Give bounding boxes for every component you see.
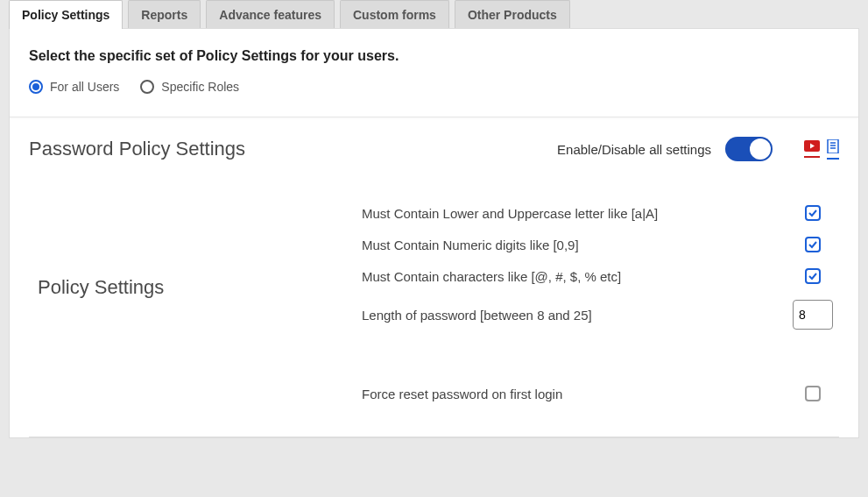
divider: [29, 437, 839, 437]
radio-specific-roles[interactable]: Specific Roles: [140, 80, 239, 94]
policy-settings-grid: Policy Settings Must Contain Lower and U…: [29, 170, 839, 410]
radio-for-all-users[interactable]: For all Users: [29, 80, 119, 94]
toggle-knob: [750, 138, 771, 160]
tab-other-products[interactable]: Other Products: [455, 0, 570, 29]
radio-label: Specific Roles: [161, 80, 239, 94]
tab-custom-forms[interactable]: Custom forms: [340, 0, 449, 29]
scope-radio-group: For all Users Specific Roles: [29, 80, 839, 94]
rule-lower-upper-label: Must Contain Lower and Uppercase letter …: [362, 206, 787, 221]
radio-label: For all Users: [50, 80, 119, 94]
rule-special-chars-checkbox[interactable]: [805, 268, 821, 284]
rule-force-reset-label: Force reset password on first login: [362, 387, 787, 401]
rule-numeric-label: Must Contain Numeric digits like [0,9]: [362, 238, 787, 252]
rule-numeric-checkbox[interactable]: [805, 237, 821, 252]
tab-advance-features[interactable]: Advance features: [206, 0, 335, 29]
password-section-title: Password Policy Settings: [29, 138, 245, 160]
doc-help-icon[interactable]: [827, 139, 839, 160]
tab-reports[interactable]: Reports: [128, 0, 201, 29]
radio-icon: [29, 80, 43, 94]
rule-special-chars-label: Must Contain characters like [@, #, $, %…: [362, 269, 787, 284]
tab-policy-settings[interactable]: Policy Settings: [9, 0, 123, 29]
enable-all-toggle[interactable]: [725, 137, 773, 161]
tab-bar: Policy Settings Reports Advance features…: [0, 0, 868, 29]
rule-lower-upper-checkbox[interactable]: [805, 205, 821, 221]
enable-all-label: Enable/Disable all settings: [557, 142, 711, 157]
scope-heading: Select the specific set of Policy Settin…: [29, 48, 839, 64]
password-section-header: Password Policy Settings Enable/Disable …: [29, 117, 839, 170]
rule-force-reset-checkbox[interactable]: [805, 386, 821, 401]
svg-rect-2: [828, 139, 838, 153]
rule-length-input[interactable]: [793, 300, 833, 330]
rule-length-label: Length of password [between 8 and 25]: [362, 308, 787, 323]
policy-settings-heading: Policy Settings: [38, 276, 362, 299]
radio-icon: [140, 80, 154, 94]
main-panel: Select the specific set of Policy Settin…: [9, 28, 859, 438]
video-help-icon[interactable]: [804, 140, 820, 158]
